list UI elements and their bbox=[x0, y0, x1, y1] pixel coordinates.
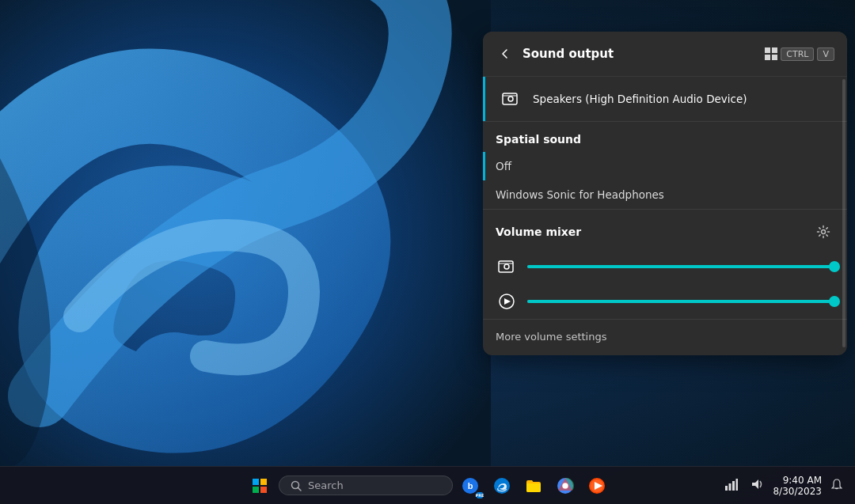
shortcut-badge: CTRL V bbox=[765, 47, 834, 61]
desktop: Sound output CTRL V bbox=[0, 0, 855, 504]
svg-rect-16 bbox=[253, 487, 259, 493]
search-text: Search bbox=[308, 479, 344, 491]
volume-tray-icon[interactable] bbox=[747, 475, 766, 496]
svg-rect-9 bbox=[499, 261, 513, 272]
spatial-off-option[interactable]: Off bbox=[483, 152, 847, 180]
more-volume-settings[interactable]: More volume settings bbox=[483, 320, 847, 355]
spatial-sonic-text: Windows Sonic for Headphones bbox=[496, 188, 664, 201]
svg-point-8 bbox=[822, 230, 826, 234]
start-button[interactable] bbox=[244, 470, 276, 502]
sound-panel: Sound output CTRL V bbox=[483, 32, 847, 355]
browser-logo-icon bbox=[557, 477, 574, 495]
network-tray-icon[interactable] bbox=[722, 475, 741, 496]
edge-icon[interactable] bbox=[488, 472, 516, 500]
date-display: 8/30/2023 bbox=[773, 486, 822, 497]
chrome-icon[interactable] bbox=[551, 472, 580, 500]
panel-scrollbar[interactable] bbox=[842, 79, 846, 347]
media-play-icon bbox=[587, 476, 606, 495]
volume-row-media bbox=[483, 284, 847, 319]
bing-icon[interactable]: b PRE bbox=[456, 472, 484, 500]
svg-rect-1 bbox=[765, 47, 770, 53]
search-icon bbox=[291, 480, 302, 491]
svg-rect-5 bbox=[503, 93, 517, 104]
media-slider-fill bbox=[527, 300, 834, 303]
notification-icon[interactable] bbox=[828, 476, 846, 495]
speaker-slider-fill bbox=[527, 265, 834, 268]
gear-button[interactable] bbox=[812, 221, 834, 243]
speaker-item[interactable]: Speakers (High Definition Audio Device) bbox=[483, 77, 847, 121]
svg-point-6 bbox=[508, 97, 513, 101]
svg-rect-17 bbox=[260, 487, 267, 493]
svg-rect-4 bbox=[772, 55, 777, 60]
search-bar[interactable]: Search bbox=[279, 476, 453, 495]
svg-rect-2 bbox=[772, 47, 777, 53]
svg-rect-30 bbox=[729, 483, 732, 491]
windows-logo-icon bbox=[765, 47, 777, 60]
speaker-slider-track[interactable] bbox=[527, 265, 834, 268]
spatial-off-text: Off bbox=[496, 160, 511, 172]
taskbar-clock[interactable]: 9:40 AM 8/30/2023 bbox=[773, 475, 822, 497]
taskbar: Search b PRE bbox=[0, 466, 855, 504]
v-key-badge: V bbox=[817, 47, 834, 61]
svg-point-25 bbox=[563, 483, 568, 488]
media-slider-track[interactable] bbox=[527, 300, 834, 303]
svg-rect-32 bbox=[736, 479, 739, 491]
speaker-icon bbox=[498, 86, 523, 112]
svg-rect-14 bbox=[253, 479, 259, 485]
svg-rect-31 bbox=[732, 481, 735, 491]
svg-rect-29 bbox=[725, 486, 728, 491]
taskbar-center: Search b PRE bbox=[244, 470, 611, 502]
panel-title: Sound output bbox=[522, 47, 765, 61]
bing-pre-badge: PRE bbox=[477, 492, 483, 498]
volume-mixer-title: Volume mixer bbox=[496, 225, 581, 238]
svg-text:b: b bbox=[468, 481, 473, 491]
svg-line-19 bbox=[298, 487, 302, 491]
speaker-name: Speakers (High Definition Audio Device) bbox=[533, 93, 747, 105]
volume-row-speaker bbox=[483, 249, 847, 284]
media-vol-icon bbox=[496, 290, 518, 313]
panel-header: Sound output CTRL V bbox=[483, 32, 847, 77]
spatial-sound-label: Spatial sound bbox=[483, 122, 847, 152]
media-player-icon[interactable] bbox=[583, 472, 611, 500]
folder-icon bbox=[525, 477, 542, 495]
ctrl-key-badge: CTRL bbox=[781, 47, 814, 61]
spatial-sonic-option[interactable]: Windows Sonic for Headphones bbox=[483, 180, 847, 209]
media-slider-thumb bbox=[829, 296, 840, 307]
taskbar-right: 9:40 AM 8/30/2023 bbox=[722, 475, 855, 497]
svg-rect-3 bbox=[765, 55, 770, 60]
svg-point-10 bbox=[504, 264, 509, 269]
back-button[interactable] bbox=[494, 43, 516, 65]
svg-rect-15 bbox=[260, 479, 267, 485]
volume-mixer-header: Volume mixer bbox=[483, 210, 847, 249]
time-display: 9:40 AM bbox=[773, 475, 822, 486]
wallpaper bbox=[0, 0, 491, 467]
edge-logo-icon bbox=[493, 477, 511, 495]
svg-marker-13 bbox=[504, 298, 511, 305]
speaker-slider-thumb bbox=[829, 261, 840, 272]
file-explorer-icon[interactable] bbox=[519, 472, 548, 500]
speaker-vol-icon bbox=[496, 256, 518, 278]
